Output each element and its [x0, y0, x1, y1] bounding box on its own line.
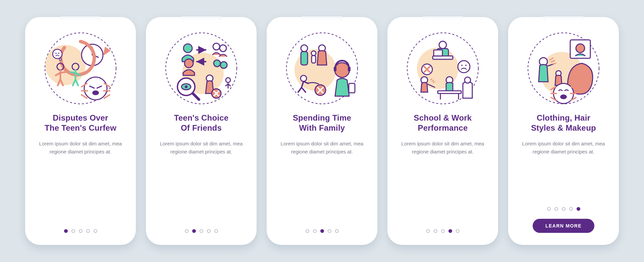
screen-body: Lorem ipsum dolor sit dim amet, mea regi…	[518, 140, 609, 156]
screen-title: Disputes OverThe Teen's Curfew	[45, 113, 116, 133]
svg-point-16	[183, 44, 192, 53]
dot-2[interactable]	[192, 229, 196, 233]
screen-body: Lorem ipsum dolor sit dim amet, mea regi…	[397, 140, 489, 156]
dot-3[interactable]	[562, 207, 566, 211]
dot-5[interactable]	[335, 229, 339, 233]
svg-point-65	[560, 94, 567, 99]
screen-body: Lorem ipsum dolor sit dim amet, mea regi…	[155, 140, 247, 156]
friends-icon	[163, 30, 240, 107]
svg-point-44	[439, 41, 446, 49]
svg-point-1	[45, 45, 86, 85]
curfew-icon	[42, 30, 119, 107]
svg-point-36	[335, 63, 350, 77]
svg-rect-37	[334, 67, 336, 71]
dot-5[interactable]	[456, 229, 460, 233]
svg-point-28	[226, 78, 230, 82]
phone-notch	[302, 16, 342, 24]
svg-rect-39	[349, 83, 355, 93]
svg-point-33	[311, 51, 316, 56]
svg-point-51	[465, 65, 467, 66]
svg-point-12	[84, 77, 107, 100]
family-icon	[283, 30, 361, 107]
onboarding-screen-5: Clothing, HairStyles & Makeup Lorem ipsu…	[508, 17, 619, 245]
svg-rect-34	[312, 56, 316, 63]
dot-4[interactable]	[328, 229, 331, 233]
phone-notch	[181, 16, 221, 24]
dot-4[interactable]	[86, 229, 90, 233]
svg-rect-38	[348, 67, 351, 71]
pagination-dots	[306, 229, 339, 233]
svg-rect-32	[301, 52, 308, 65]
svg-point-13	[92, 90, 99, 95]
dot-2[interactable]	[434, 229, 437, 233]
screen-body: Lorem ipsum dolor sit dim amet, mea regi…	[276, 140, 368, 156]
screen-title: Teen's ChoiceOf Friends	[174, 113, 229, 133]
dot-2[interactable]	[313, 229, 317, 233]
dot-5[interactable]	[577, 207, 580, 211]
svg-point-17	[213, 43, 220, 50]
phone-notch	[543, 16, 584, 24]
svg-point-57	[465, 77, 471, 83]
onboarding-screen-1: Disputes OverThe Teen's Curfew Lorem ips…	[25, 17, 136, 245]
dot-4[interactable]	[569, 207, 573, 211]
dot-1[interactable]	[64, 229, 68, 233]
dot-1[interactable]	[547, 207, 551, 211]
svg-point-8	[53, 49, 62, 59]
svg-point-10	[58, 53, 59, 54]
svg-point-20	[214, 60, 220, 67]
screen-title: Clothing, HairStyles & Makeup	[531, 113, 596, 133]
learn-more-button[interactable]: LEARN MORE	[533, 219, 594, 233]
svg-point-11	[59, 58, 61, 60]
svg-point-21	[220, 62, 227, 68]
dot-1[interactable]	[426, 229, 430, 233]
dot-1[interactable]	[306, 229, 309, 233]
dot-4[interactable]	[207, 229, 211, 233]
svg-point-31	[301, 45, 308, 52]
phone-notch	[423, 16, 463, 24]
dot-2[interactable]	[554, 207, 558, 211]
dot-2[interactable]	[71, 229, 75, 233]
dot-3[interactable]	[200, 229, 203, 233]
svg-point-50	[461, 65, 463, 66]
school-icon	[404, 30, 481, 107]
onboarding-screen-4: School & WorkPerformance Lorem ipsum dol…	[387, 17, 498, 245]
screen-title: Spending TimeWith Family	[293, 113, 351, 133]
pagination-dots	[547, 207, 580, 211]
dot-5[interactable]	[214, 229, 218, 233]
screen-title: School & WorkPerformance	[414, 113, 472, 133]
dot-3[interactable]	[79, 229, 83, 233]
svg-point-19	[184, 59, 193, 68]
dot-5[interactable]	[94, 229, 97, 233]
svg-point-18	[220, 45, 226, 52]
dot-3[interactable]	[441, 229, 445, 233]
svg-point-40	[301, 75, 307, 81]
svg-point-24	[185, 85, 187, 88]
svg-rect-47	[434, 50, 442, 56]
pagination-dots	[64, 229, 97, 233]
phone-notch	[60, 16, 101, 24]
onboarding-screen-2: Teen's ChoiceOf Friends Lorem ipsum dolo…	[146, 17, 257, 245]
svg-rect-54	[438, 91, 461, 93]
svg-point-61	[576, 44, 585, 53]
onboarding-screen-3: Spending TimeWith Family Lorem ipsum dol…	[267, 17, 377, 245]
dot-4[interactable]	[448, 229, 452, 233]
svg-line-25	[193, 93, 199, 100]
pagination-dots	[426, 229, 460, 233]
pagination-dots	[185, 229, 218, 233]
dot-3[interactable]	[320, 229, 324, 233]
svg-point-9	[55, 53, 57, 54]
screen-body: Lorem ipsum dolor sit dim amet, mea regi…	[35, 140, 126, 156]
style-icon	[525, 30, 602, 107]
svg-point-49	[458, 61, 470, 73]
dot-1[interactable]	[185, 229, 189, 233]
